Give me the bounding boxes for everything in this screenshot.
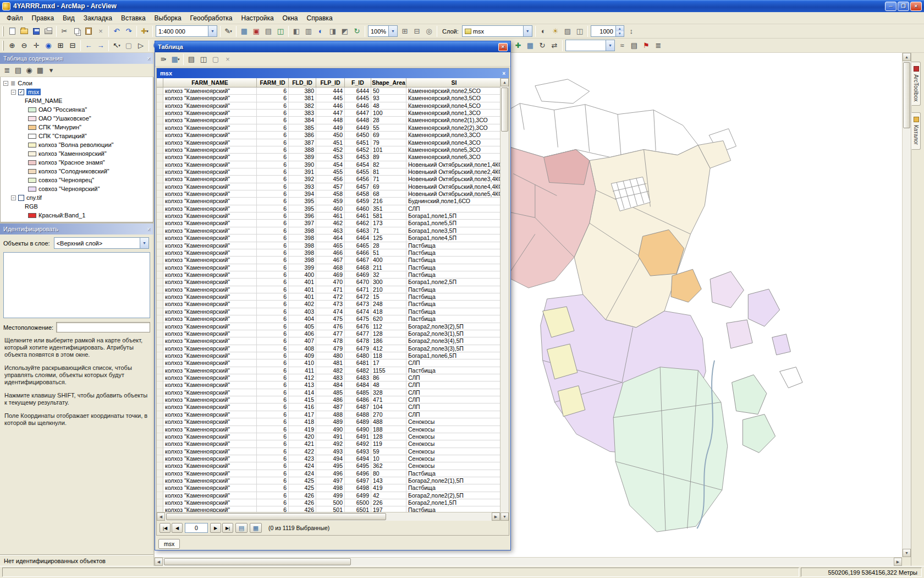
table-row[interactable]: колхоз "Каменноярский"63834476447100Каме…: [157, 110, 500, 117]
swipe-layer-button[interactable]: ◫: [574, 25, 586, 37]
scrollbar-thumb[interactable]: [903, 62, 910, 128]
toolbar-grip[interactable]: [2, 26, 4, 36]
table-row[interactable]: колхоз "Каменноярский"64034746474418Паст…: [157, 308, 500, 315]
table-row[interactable]: колхоз "Каменноярский"64074786478186Бога…: [157, 337, 500, 345]
toc-layer-msx[interactable]: − ✓ msx: [2, 88, 153, 96]
row-selector[interactable]: [157, 308, 163, 315]
collapse-icon[interactable]: −: [11, 90, 16, 95]
row-selector[interactable]: [157, 132, 163, 139]
row-selector[interactable]: [157, 323, 163, 330]
delete-selected-button[interactable]: ×: [222, 53, 234, 66]
table-row[interactable]: колхоз "Каменноярский"64194906490188Сено…: [157, 426, 500, 433]
table-row[interactable]: колхоз "Каменноярский"64064776477128Бога…: [157, 330, 500, 337]
table-row[interactable]: колхоз "Каменноярский"64184896489488Сено…: [157, 418, 500, 426]
table-row[interactable]: колхоз "Каменноярский"6422493649359Сенок…: [157, 448, 500, 455]
show-all-records-button[interactable]: ▤: [235, 523, 248, 533]
clear-selection-button[interactable]: ▢: [123, 40, 135, 52]
scroll-up-icon[interactable]: ▲: [501, 78, 509, 86]
table-row[interactable]: колхоз "Каменноярский"63954596459216Будн…: [157, 198, 500, 205]
maximize-button[interactable]: ❐: [898, 2, 909, 11]
legend-item[interactable]: ОАО "Ушаковское": [2, 114, 153, 123]
undo-button[interactable]: ↶: [111, 25, 123, 37]
legend-item[interactable]: совхоз "Черноярец": [2, 176, 153, 184]
table-row[interactable]: колхоз "Каменноярский"6426499649942Богар…: [157, 492, 500, 499]
flag-button[interactable]: ⚑: [640, 40, 652, 52]
zoom-out-tool[interactable]: ⊖: [18, 40, 30, 52]
table-row[interactable]: колхоз "Каменноярский"64174886488270СЛП: [157, 411, 500, 418]
menu-insert[interactable]: Вставка: [117, 13, 150, 24]
table-row[interactable]: колхоз "Каменноярский"64084796479412Бога…: [157, 345, 500, 352]
row-selector[interactable]: [157, 448, 163, 455]
cell-size-spinner[interactable]: 1000▲▼: [591, 25, 624, 37]
row-selector[interactable]: [157, 389, 163, 396]
row-selector[interactable]: [157, 110, 163, 117]
next-record-button[interactable]: ▶: [210, 523, 221, 533]
close-icon[interactable]: ×: [147, 56, 150, 62]
scroll-up-icon[interactable]: ▲: [903, 53, 911, 61]
georeferencing-layer-combo[interactable]: ▼: [565, 40, 615, 51]
table-vertical-scrollbar[interactable]: ▲ ▼: [500, 78, 509, 521]
row-selector[interactable]: [157, 264, 163, 271]
row-selector[interactable]: [157, 279, 163, 286]
scroll-down-icon[interactable]: ▼: [501, 512, 509, 521]
row-selector[interactable]: [157, 183, 163, 190]
row-selector[interactable]: [157, 117, 163, 124]
row-selector[interactable]: [157, 484, 163, 492]
row-selector[interactable]: [157, 477, 163, 484]
command-line-button[interactable]: ▤: [262, 25, 274, 37]
contrast-button[interactable]: ◐: [537, 25, 549, 37]
identify-header[interactable]: Идентифицировать ×: [0, 223, 153, 235]
table-row[interactable]: колхоз "Каменноярский"64144856485328СЛП: [157, 389, 500, 396]
new-map-button[interactable]: [6, 25, 18, 37]
legend-item[interactable]: колхоз "Солодниковский": [2, 167, 153, 176]
toggle-draft-button[interactable]: ◨: [327, 25, 339, 37]
menu-help[interactable]: Справка: [302, 13, 337, 24]
table-row[interactable]: колхоз "Каменноярский"64154866486471СЛП: [157, 396, 500, 403]
title-bar[interactable]: 4YARRR.mxd - ArcMap - ArcView ─ ❐ ×: [0, 0, 924, 12]
close-button[interactable]: ×: [910, 2, 922, 11]
row-selector[interactable]: [157, 161, 163, 168]
table-row[interactable]: колхоз "Каменноярский"64254986498419Паст…: [157, 484, 500, 492]
table-row[interactable]: колхоз "Каменноярский"64044756475620Паст…: [157, 315, 500, 323]
table-row[interactable]: колхоз "Каменноярский"64244956495362Сено…: [157, 462, 500, 470]
scroll-right-icon[interactable]: ▶: [894, 558, 902, 566]
row-selector[interactable]: [157, 257, 163, 264]
row-selector[interactable]: [157, 139, 163, 146]
chevron-down-icon[interactable]: ▼: [523, 26, 532, 36]
layer-combo[interactable]: msx▼: [462, 25, 532, 37]
table-row[interactable]: колхоз "Каменноярский"63974626462173Бога…: [157, 220, 500, 227]
column-header-si[interactable]: SI: [406, 78, 500, 88]
close-icon[interactable]: ×: [147, 226, 150, 232]
editor-button[interactable]: ✎▾: [222, 25, 234, 37]
scale-combo[interactable]: 1:400 000▼: [156, 25, 217, 37]
chevron-down-icon[interactable]: ▼: [388, 26, 397, 36]
row-selector[interactable]: [157, 293, 163, 301]
row-selector[interactable]: [157, 242, 163, 249]
table-window-titlebar[interactable]: Таблица ×: [155, 41, 510, 52]
brightness-button[interactable]: ☀: [549, 25, 562, 37]
viewer-button[interactable]: ≣: [652, 40, 664, 52]
row-selector[interactable]: [157, 168, 163, 176]
map-vertical-scrollbar[interactable]: ▲ ▼: [902, 53, 911, 557]
row-selector[interactable]: [157, 198, 163, 205]
toc-header[interactable]: Таблица содержания ×: [0, 53, 153, 64]
scroll-left-icon[interactable]: ◀: [155, 558, 163, 566]
column-header-farm_id[interactable]: FARM_ID: [257, 78, 289, 88]
focus-frame-button[interactable]: ◩: [339, 25, 351, 37]
menu-selection[interactable]: Выборка: [150, 13, 186, 24]
scroll-right-icon[interactable]: ▶: [492, 512, 500, 521]
row-selector[interactable]: [157, 176, 163, 183]
row-selector[interactable]: [157, 418, 163, 426]
redo-button[interactable]: ↷: [123, 25, 135, 37]
view-link-table-button[interactable]: ▦: [524, 40, 536, 52]
row-selector[interactable]: [157, 286, 163, 293]
magnifier-window-button[interactable]: ◎: [423, 25, 435, 37]
table-row[interactable]: колхоз "Каменноярский"6381445644593Камен…: [157, 95, 500, 102]
visibility-checkbox-unchecked[interactable]: [18, 195, 24, 201]
table-row[interactable]: колхоз "Каменноярский"6398465646528Пастб…: [157, 242, 500, 249]
table-row[interactable]: колхоз "Каменноярский"6410481648117СЛП: [157, 359, 500, 367]
row-selector[interactable]: [157, 124, 163, 132]
paste-button[interactable]: [82, 25, 95, 37]
menu-file[interactable]: Файл: [2, 13, 28, 24]
row-selector[interactable]: [157, 301, 163, 308]
